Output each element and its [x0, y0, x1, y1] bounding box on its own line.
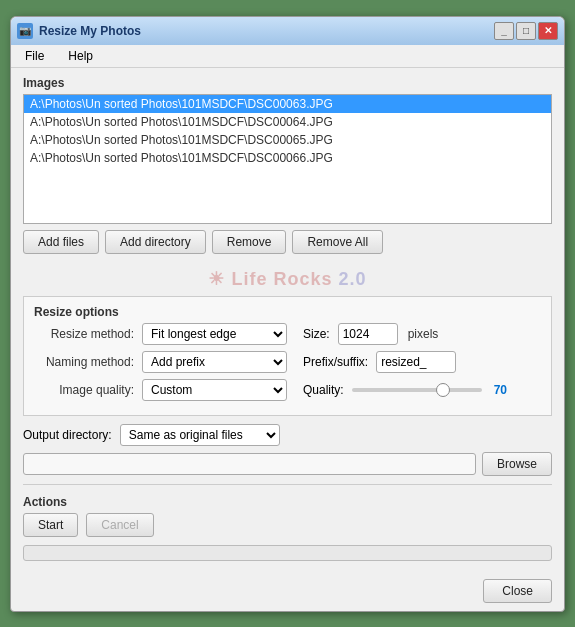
- images-list: A:\Photos\Un sorted Photos\101MSDCF\DSC0…: [23, 94, 552, 224]
- output-directory-select[interactable]: Same as original files Custom directory: [120, 424, 280, 446]
- naming-method-row: Naming method: Add prefix Add suffix Rep…: [34, 351, 541, 373]
- add-files-button[interactable]: Add files: [23, 230, 99, 254]
- size-input[interactable]: [338, 323, 398, 345]
- action-buttons: Start Cancel: [23, 513, 552, 537]
- quality-slider-track: [352, 388, 482, 392]
- quality-value: 70: [494, 383, 507, 397]
- browse-button[interactable]: Browse: [482, 452, 552, 476]
- resize-method-row: Resize method: Fit longest edge Fit widt…: [34, 323, 541, 345]
- output-path-input[interactable]: [23, 453, 476, 475]
- list-item[interactable]: A:\Photos\Un sorted Photos\101MSDCF\DSC0…: [24, 131, 551, 149]
- prefix-suffix-input[interactable]: [376, 351, 456, 373]
- naming-method-label: Naming method:: [34, 355, 134, 369]
- minimize-button[interactable]: _: [494, 22, 514, 40]
- output-directory-label: Output directory:: [23, 428, 112, 442]
- window-controls: _ □ ✕: [494, 22, 558, 40]
- divider: [23, 484, 552, 485]
- output-directory-row: Output directory: Same as original files…: [23, 424, 552, 446]
- app-icon: 📷: [17, 23, 33, 39]
- watermark: ☀ Life Rocks 2.0: [23, 264, 552, 296]
- quality-label: Quality:: [303, 383, 344, 397]
- list-item[interactable]: A:\Photos\Un sorted Photos\101MSDCF\DSC0…: [24, 149, 551, 167]
- naming-method-select[interactable]: Add prefix Add suffix Replace: [142, 351, 287, 373]
- main-window: 📷 Resize My Photos _ □ ✕ File Help Image…: [10, 16, 565, 612]
- window-title: Resize My Photos: [39, 24, 141, 38]
- list-item[interactable]: A:\Photos\Un sorted Photos\101MSDCF\DSC0…: [24, 113, 551, 131]
- close-button[interactable]: Close: [483, 579, 552, 603]
- remove-button[interactable]: Remove: [212, 230, 287, 254]
- menu-help[interactable]: Help: [62, 47, 99, 65]
- quality-slider-container[interactable]: [352, 379, 482, 401]
- resize-method-label: Resize method:: [34, 327, 134, 341]
- start-button[interactable]: Start: [23, 513, 78, 537]
- list-item[interactable]: A:\Photos\Un sorted Photos\101MSDCF\DSC0…: [24, 95, 551, 113]
- resize-method-select[interactable]: Fit longest edge Fit width Fit height Ex…: [142, 323, 287, 345]
- images-section-label: Images: [23, 76, 552, 90]
- actions-label: Actions: [23, 495, 552, 509]
- image-quality-select[interactable]: Custom Low Medium High Maximum: [142, 379, 287, 401]
- close-window-button[interactable]: ✕: [538, 22, 558, 40]
- add-directory-button[interactable]: Add directory: [105, 230, 206, 254]
- resize-options-section: Resize options Resize method: Fit longes…: [23, 296, 552, 416]
- menu-file[interactable]: File: [19, 47, 50, 65]
- remove-all-button[interactable]: Remove All: [292, 230, 383, 254]
- title-bar: 📷 Resize My Photos _ □ ✕: [11, 17, 564, 45]
- cancel-button[interactable]: Cancel: [86, 513, 153, 537]
- progress-bar: [23, 545, 552, 561]
- resize-options-label: Resize options: [34, 305, 541, 319]
- maximize-button[interactable]: □: [516, 22, 536, 40]
- actions-section: Actions Start Cancel: [23, 491, 552, 565]
- image-quality-label: Image quality:: [34, 383, 134, 397]
- file-buttons: Add files Add directory Remove Remove Al…: [23, 230, 552, 254]
- quality-slider-thumb[interactable]: [436, 383, 450, 397]
- footer: Close: [11, 573, 564, 611]
- size-label: Size:: [303, 327, 330, 341]
- menu-bar: File Help: [11, 45, 564, 68]
- prefix-suffix-label: Prefix/suffix:: [303, 355, 368, 369]
- pixels-label: pixels: [408, 327, 439, 341]
- image-quality-row: Image quality: Custom Low Medium High Ma…: [34, 379, 541, 401]
